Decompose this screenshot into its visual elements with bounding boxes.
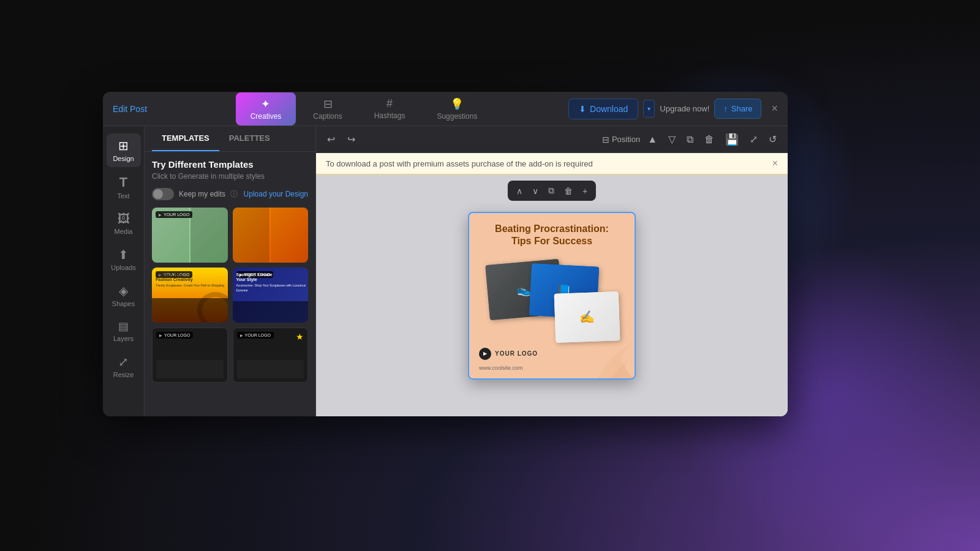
element-add-button[interactable]: + — [579, 184, 591, 198]
template-card-5[interactable]: YOUR LOGO — [152, 328, 228, 383]
sidebar-layers-label: Layers — [113, 335, 134, 342]
header-actions: ⬇ Download ▾ Upgrade now! ↑ Share × — [568, 99, 778, 119]
tmpl6-bar — [237, 360, 304, 378]
template-card-2[interactable] — [233, 208, 309, 263]
logo-circle: ▶ — [479, 348, 491, 360]
sidebar-media-label: Media — [115, 228, 133, 235]
sidebar-uploads-label: Uploads — [111, 264, 135, 271]
tab-creatives-label: Creatives — [251, 112, 282, 121]
creatives-icon: ✦ — [261, 97, 270, 111]
post-card-title: Beating Procrastination:Tips For Success — [479, 223, 625, 249]
tab-hashtags[interactable]: # Hashtags — [360, 92, 420, 125]
tmpl5-bar — [156, 360, 224, 378]
design-icon: ⊞ — [118, 138, 129, 153]
download-label: Download — [590, 104, 628, 114]
hashtags-icon: # — [386, 97, 393, 110]
sidebar-item-media[interactable]: 🖼 Media — [107, 207, 141, 240]
download-icon: ⬇ — [579, 104, 586, 114]
canvas-main[interactable]: ∧ ∨ ⧉ 🗑 + Beating Procrastination:Tips F… — [316, 174, 788, 416]
dialog-header: Edit Post ✦ Creatives ⊟ Captions # Hasht… — [103, 92, 788, 126]
tmpl6-logo: YOUR LOGO — [237, 332, 274, 339]
duplicate-button[interactable]: ⧉ — [683, 132, 697, 148]
tab-creatives[interactable]: ✦ Creatives — [236, 92, 296, 126]
element-down-button[interactable]: ∨ — [529, 184, 542, 198]
save-button[interactable]: 💾 — [722, 130, 742, 149]
sidebar-item-layers[interactable]: ▤ Layers — [107, 315, 141, 347]
main-dialog: Edit Post ✦ Creatives ⊟ Captions # Hasht… — [103, 92, 788, 416]
undo-button[interactable]: ↩ — [323, 131, 339, 148]
templates-grid: YOUR LOGO — [152, 208, 308, 383]
fullscreen-button[interactable]: ⤢ — [746, 131, 761, 148]
layer-up-button[interactable]: ▲ — [644, 132, 661, 148]
suggestions-icon: 💡 — [450, 97, 464, 111]
tab-suggestions[interactable]: 💡 Suggestions — [422, 92, 492, 126]
upload-design-link[interactable]: Upload your Design — [244, 190, 308, 198]
panel-content: Try Different Templates Click to Generat… — [145, 152, 315, 416]
dark-tmpl6-bg: YOUR LOGO ★ — [233, 328, 308, 382]
photo-part-4 — [271, 208, 308, 263]
resize-icon: ⤢ — [118, 354, 129, 369]
sidebar-item-resize[interactable]: ⤢ Resize — [107, 350, 141, 383]
share-button[interactable]: ↑ Share — [714, 99, 761, 119]
post-logo: ▶ YOUR LOGO — [479, 348, 538, 360]
banner-close-button[interactable]: × — [772, 158, 778, 169]
photo-strip-2 — [233, 208, 309, 263]
shapes-icon: ◈ — [119, 283, 128, 298]
tab-captions[interactable]: ⊟ Captions — [298, 92, 356, 126]
template-card-3[interactable]: YOUR LOGO Unleash YourFashion Creativity… — [152, 268, 228, 323]
templates-subtitle: Click to Generate in multiple styles — [152, 172, 308, 181]
panel-tab-templates[interactable]: TEMPLATES — [152, 126, 219, 151]
fashion-tmpl-bg: YOUR LOGO Unleash YourFashion Creativity… — [152, 268, 228, 323]
template-card-4[interactable]: YOUR LOGO Spotlight: ElevateYour StyleAc… — [233, 268, 309, 323]
download-button[interactable]: ⬇ Download — [568, 99, 638, 119]
share-icon: ↑ — [723, 104, 728, 113]
post-url: www.coolsite.com — [479, 365, 523, 371]
refresh-button[interactable]: ↺ — [765, 131, 780, 148]
tmpl1-logo: YOUR LOGO — [156, 211, 192, 218]
element-delete-button[interactable]: 🗑 — [560, 184, 576, 198]
element-up-button[interactable]: ∧ — [513, 184, 526, 198]
layer-down-button[interactable]: ▽ — [665, 131, 679, 148]
post-card[interactable]: Beating Procrastination:Tips For Success… — [468, 212, 636, 380]
tab-hashtags-label: Hashtags — [374, 111, 405, 120]
panel-tab-palettes[interactable]: PALETTES — [219, 126, 280, 151]
edit-post-button[interactable]: Edit Post — [113, 104, 147, 114]
sidebar-text-label: Text — [117, 192, 129, 200]
keep-edits-row: Keep my edits ⓘ Upload your Design — [152, 188, 308, 200]
sidebar-item-uploads[interactable]: ⬆ Uploads — [107, 242, 141, 276]
uploads-icon: ⬆ — [118, 247, 129, 262]
sidebar-item-shapes[interactable]: ◈ Shapes — [107, 279, 141, 312]
tab-bar: ✦ Creatives ⊟ Captions # Hashtags 💡 Sugg… — [159, 92, 568, 126]
template-card-1[interactable]: YOUR LOGO — [152, 208, 228, 263]
download-dropdown-button[interactable]: ▾ — [643, 100, 655, 118]
premium-banner: To download a post with premium assets p… — [316, 153, 788, 174]
tab-suggestions-label: Suggestions — [437, 112, 477, 121]
premium-banner-text: To download a post with premium assets p… — [326, 159, 593, 168]
tmpl5-logo: YOUR LOGO — [156, 332, 193, 339]
star-icon: ★ — [296, 332, 304, 342]
panel-tabs: TEMPLATES PALETTES — [145, 126, 315, 152]
wave-decoration — [561, 329, 635, 378]
close-button[interactable]: × — [771, 102, 778, 115]
template-panel: TEMPLATES PALETTES Try Different Templat… — [145, 126, 316, 416]
sidebar-item-design[interactable]: ⊞ Design — [107, 133, 141, 167]
element-copy-button[interactable]: ⧉ — [545, 183, 558, 198]
upgrade-button[interactable]: Upgrade now! — [660, 104, 709, 113]
spotlight-tmpl-bg: YOUR LOGO Spotlight: ElevateYour StyleAc… — [233, 268, 309, 323]
toolbar-right: ⊟ Position ▲ ▽ ⧉ 🗑 💾 ⤢ ↺ — [602, 130, 780, 149]
position-button[interactable]: ⊟ Position — [602, 135, 640, 144]
delete-button[interactable]: 🗑 — [701, 132, 718, 148]
sidebar-design-label: Design — [113, 155, 134, 162]
tab-captions-label: Captions — [313, 112, 342, 121]
spotlight-dark-bar — [233, 301, 309, 323]
keep-edits-toggle[interactable] — [152, 188, 174, 200]
template-card-6[interactable]: YOUR LOGO ★ — [233, 328, 309, 383]
sidebar-item-text[interactable]: T Text — [107, 170, 141, 204]
redo-button[interactable]: ↪ — [344, 131, 359, 148]
dialog-body: ⊞ Design T Text 🖼 Media ⬆ Uploads ◈ Shap… — [103, 126, 788, 416]
position-icon: ⊟ — [602, 135, 609, 144]
spotlight-title: Spotlight: ElevateYour StyleAccessories-… — [236, 272, 309, 293]
media-icon: 🖼 — [118, 212, 130, 226]
fashion-title: Unleash YourFashion CreativityTrendy Sun… — [156, 272, 224, 288]
info-icon[interactable]: ⓘ — [230, 189, 238, 200]
